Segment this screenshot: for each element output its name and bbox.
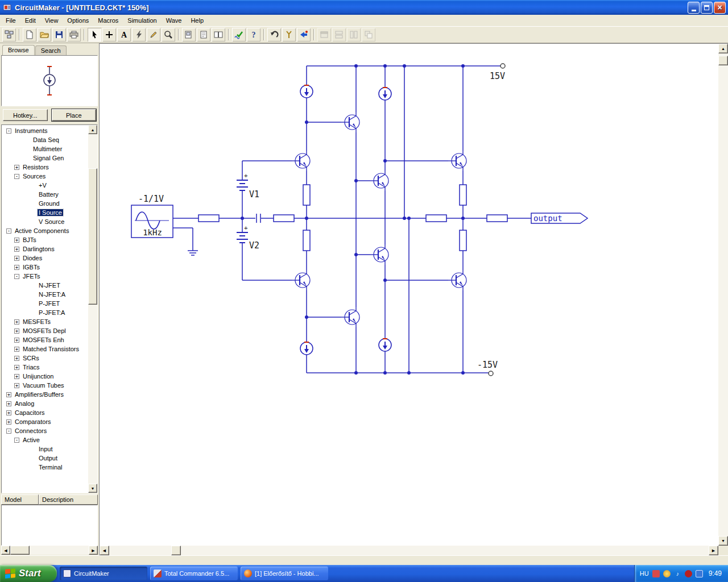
wires[interactable] xyxy=(173,66,531,373)
vplus-label[interactable]: 15V xyxy=(490,71,505,81)
scroll-left-icon[interactable]: ◀ xyxy=(100,546,109,555)
resistor-r3[interactable] xyxy=(426,215,446,222)
arrange-window-3-button[interactable] xyxy=(347,28,361,41)
scroll-right-icon[interactable]: ▶ xyxy=(709,546,718,555)
tab-browse[interactable]: Browse xyxy=(2,45,35,55)
tree-expand-icon[interactable]: - xyxy=(14,438,19,443)
description-header[interactable]: Description xyxy=(39,494,98,505)
tree-expand-icon[interactable]: + xyxy=(14,347,19,352)
transistor-q8[interactable] xyxy=(341,307,359,327)
menu-item[interactable]: Help xyxy=(186,15,208,26)
task-total-commander[interactable]: Total Commander 6.5... xyxy=(150,567,238,580)
menu-item[interactable]: View xyxy=(40,15,63,26)
tree-expand-icon[interactable]: + xyxy=(14,338,19,343)
scroll-thumb[interactable] xyxy=(171,546,181,555)
split-view-button[interactable] xyxy=(212,28,225,41)
place-button[interactable]: Place xyxy=(52,109,97,121)
v1-label[interactable]: V1 xyxy=(249,189,259,199)
text-tool-button[interactable]: A xyxy=(117,28,131,41)
tree-expand-icon[interactable]: + xyxy=(14,374,19,379)
wire-tool-button[interactable] xyxy=(102,28,116,41)
arrange-window-4-button[interactable] xyxy=(362,28,375,41)
model-list[interactable] xyxy=(1,505,98,546)
zoom-sheet-button[interactable] xyxy=(197,28,210,41)
maximize-button[interactable] xyxy=(701,2,713,14)
analysis-check-button[interactable] xyxy=(232,28,246,41)
zoom-fit-button[interactable] xyxy=(182,28,196,41)
tree-item[interactable]: + SCRs xyxy=(2,354,88,363)
resistor-r7[interactable] xyxy=(460,185,466,205)
scroll-track[interactable] xyxy=(30,546,89,555)
tree-expand-icon[interactable]: - xyxy=(6,429,11,434)
tree-item[interactable]: P-JFET xyxy=(2,299,88,308)
tree-item[interactable]: + Darlingtons xyxy=(2,244,88,253)
vminus-label[interactable]: -15V xyxy=(477,360,498,370)
scroll-down-icon[interactable]: ▼ xyxy=(718,536,728,546)
signal-generator[interactable]: 1kHz xyxy=(131,205,173,238)
tree-item[interactable]: - Connectors xyxy=(2,426,88,435)
menu-item[interactable]: Edit xyxy=(20,15,40,26)
tree-expand-icon[interactable]: - xyxy=(6,228,11,234)
arrange-window-2-button[interactable] xyxy=(332,28,346,41)
tree-expand-icon[interactable]: + xyxy=(14,247,19,252)
tree-item[interactable]: + Matched Transistors xyxy=(2,344,88,354)
tree-expand-icon[interactable]: + xyxy=(14,365,19,370)
tree-item[interactable]: V Source xyxy=(2,217,88,226)
task-browser[interactable]: [1] Előerősítő - Hobbi... xyxy=(241,567,328,580)
select-tool-button[interactable] xyxy=(88,28,101,41)
tree-item[interactable]: P-JFET:A xyxy=(2,308,88,317)
transistor-q4[interactable] xyxy=(448,151,466,171)
title-bar[interactable]: CircuitMaker - [UNTITLED.CKT* 150%] × xyxy=(0,0,728,15)
resistor-r5[interactable] xyxy=(303,185,310,205)
tree-item[interactable]: Signal Gen xyxy=(2,153,88,163)
start-button[interactable]: Start xyxy=(0,565,57,582)
transistor-q5[interactable] xyxy=(292,270,310,290)
zoom-tool-button[interactable] xyxy=(162,28,175,41)
tree-expand-icon[interactable]: - xyxy=(6,128,11,134)
browse-panel-button[interactable] xyxy=(2,28,16,41)
tree-item[interactable]: - Instruments xyxy=(2,126,88,135)
scroll-track[interactable] xyxy=(109,546,171,555)
open-file-button[interactable] xyxy=(38,28,51,41)
tree-item[interactable]: Ground xyxy=(2,199,88,208)
canvas-vertical-scrollbar[interactable]: ▲ ▼ xyxy=(718,44,728,546)
scroll-thumb[interactable] xyxy=(88,168,97,305)
schematic-canvas[interactable]: + xyxy=(99,43,728,555)
tray-icon-4[interactable] xyxy=(696,570,703,577)
tree-scrollbar[interactable]: ▲ ▼ xyxy=(88,125,97,493)
tree-expand-icon[interactable]: + xyxy=(6,419,11,425)
tree-item[interactable]: + Capacitors xyxy=(2,408,88,417)
tree-item[interactable]: - Sources xyxy=(2,172,88,181)
current-source-3[interactable] xyxy=(300,342,313,355)
menu-item[interactable]: Simulation xyxy=(123,15,161,26)
scroll-track[interactable] xyxy=(88,305,97,484)
hotkey-button[interactable]: Hotkey... xyxy=(3,109,48,121)
close-button[interactable]: × xyxy=(714,2,726,14)
tree-item[interactable]: + BJTs xyxy=(2,235,88,244)
tray-icon-3[interactable] xyxy=(685,570,692,577)
tree-item[interactable]: + Resistors xyxy=(2,163,88,172)
current-source-2[interactable] xyxy=(379,88,391,100)
new-file-button[interactable] xyxy=(23,28,36,41)
tree-expand-icon[interactable]: + xyxy=(6,392,11,397)
tree-item[interactable]: - JFETs xyxy=(2,272,88,281)
menu-item[interactable]: Options xyxy=(63,15,93,26)
tray-icon-1[interactable] xyxy=(652,570,660,577)
tree-expand-icon[interactable]: + xyxy=(6,410,11,415)
source-amplitude-label[interactable]: -1/1V xyxy=(138,194,164,204)
resistor-r1[interactable] xyxy=(198,215,219,222)
scroll-up-icon[interactable]: ▲ xyxy=(88,125,97,134)
tree-item[interactable]: + Vacuum Tubes xyxy=(2,381,88,390)
menu-item[interactable]: Wave xyxy=(162,15,187,26)
tree-expand-icon[interactable]: + xyxy=(6,401,11,406)
scroll-right-icon[interactable]: ▶ xyxy=(89,546,98,555)
tree-item[interactable]: Multimeter xyxy=(2,144,88,153)
tree-item[interactable]: N-JFET:A xyxy=(2,290,88,299)
tree-item[interactable]: I Source xyxy=(2,208,88,217)
resistor-r2[interactable] xyxy=(274,215,294,222)
tree-item[interactable]: + Analog xyxy=(2,399,88,408)
transistor-q3[interactable] xyxy=(370,171,388,191)
tree-item[interactable]: Terminal xyxy=(2,463,88,472)
output-label[interactable]: output xyxy=(533,214,562,223)
schematic[interactable]: + xyxy=(100,44,717,531)
